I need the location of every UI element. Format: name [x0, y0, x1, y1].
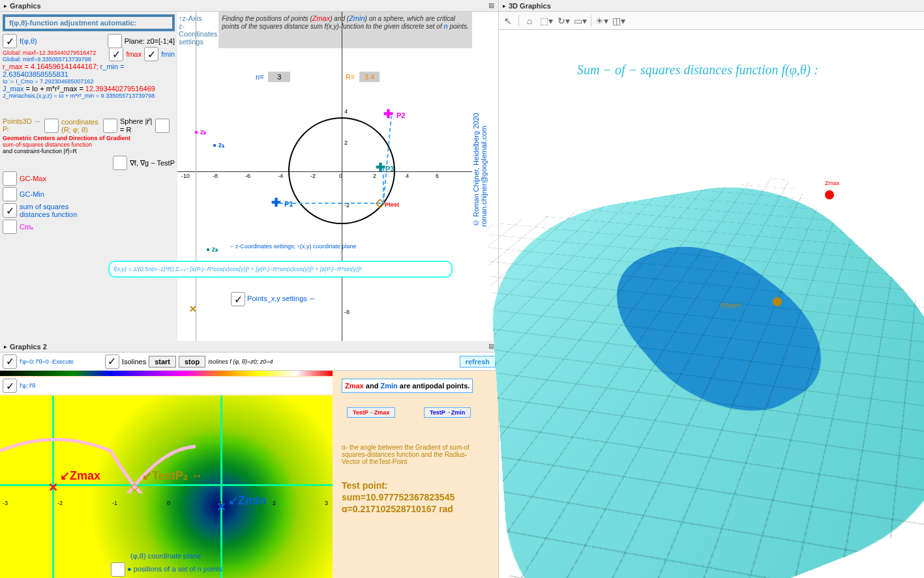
tp-hdr: Test point:: [342, 480, 388, 491]
collapse-icon[interactable]: ▸: [503, 3, 506, 9]
chk-sumsq[interactable]: [3, 203, 17, 218]
close-icon[interactable]: ⊠: [488, 342, 494, 351]
chk-fmin[interactable]: [144, 47, 158, 61]
tick-n4: -4: [278, 173, 283, 179]
zmax-dot: [825, 190, 834, 199]
tick-n2: -2: [57, 500, 63, 506]
lbl-plane: Plane: z0=[-1;4]: [125, 37, 175, 45]
n-value[interactable]: 3: [268, 72, 290, 82]
contour-plot[interactable]: ✕ ↙Zmax ◇ ↙TestP₂ ↔ ✕ ↙Zmin -3 -2 -1 0 1…: [0, 396, 333, 578]
chk-grad[interactable]: [113, 156, 127, 170]
lbl-gcmin: GC-Min: [20, 190, 44, 198]
lbl-f: f(φ,θ): [20, 37, 37, 45]
lbl-points3d: Points3D → Pᵢ: [3, 117, 42, 134]
pt-p1[interactable]: ✚ P1: [271, 195, 293, 210]
zmax-lbl: Zmax: [825, 180, 840, 186]
tick-6: 6: [436, 173, 439, 179]
tick-yn2: -2: [344, 202, 350, 209]
n-label: n=: [256, 73, 264, 81]
view-icon[interactable]: ▭▾: [574, 14, 587, 27]
chk-gcmax[interactable]: [3, 171, 17, 186]
title-3d: Sum − of − squares distances function f(…: [577, 63, 818, 78]
tick-0: 0: [339, 173, 342, 179]
panel-title: Graphics 2: [10, 343, 47, 351]
tick-n10: -10: [181, 173, 190, 179]
gc-hdr: Geometric Centers and Directions of Grad…: [3, 135, 175, 141]
chk-fmax[interactable]: [109, 47, 123, 61]
lbl-zmin: ↙Zmin: [228, 493, 266, 508]
toolbar-3d: ↖ ⌂ ⬚▾ ↻▾ ▭▾ ☀▾ ◫▾: [499, 12, 924, 30]
testp-zmin-button[interactable]: TestP→Zmin: [424, 407, 471, 418]
graphics-panel-header: ▸ Graphics ⊠: [0, 0, 498, 12]
stop-button[interactable]: stop: [179, 356, 205, 368]
coordinate-plane[interactable]: n= 3 R= 3.4 ● z₂ ● z₁ ● z₃ ✕ ✚ P1 ✚ P2 ✚…: [177, 12, 498, 341]
gradient-bar: [0, 371, 333, 376]
surface-grid: [486, 176, 924, 578]
lbl-exec: f'φ=0; f'θ=0 -Execute: [20, 358, 74, 365]
lbl-coords: coordinates (R; φ; θ): [61, 118, 100, 134]
home-icon[interactable]: ⌂: [523, 14, 536, 27]
tick-n8: -8: [213, 173, 218, 179]
chk-sphere[interactable]: [155, 119, 170, 133]
lbl-fmax: fmax: [126, 50, 142, 58]
close-icon[interactable]: ⊠: [488, 1, 494, 10]
z-axis: [196, 12, 196, 341]
collapse-icon[interactable]: ▸: [4, 3, 7, 9]
pt-z4[interactable]: ✕: [189, 304, 197, 314]
tick-y4: 4: [344, 108, 348, 115]
testp-zmax-button[interactable]: TestP→Zmax: [347, 407, 395, 418]
pt-p2[interactable]: ✚ P2: [383, 107, 405, 121]
rotate-icon[interactable]: ↻▾: [557, 14, 570, 27]
antipodal-note: Zmax and Zmin are antipodal points.: [342, 379, 473, 393]
collapse-icon[interactable]: ▸: [4, 343, 7, 350]
refresh-button[interactable]: refresh: [460, 356, 496, 368]
plot-testp[interactable]: ◇: [130, 480, 138, 493]
align-icon[interactable]: ⬚▾: [540, 14, 553, 27]
plot-zmax[interactable]: ✕: [48, 480, 58, 495]
chk-points3d[interactable]: [44, 119, 59, 133]
chk-gcmin[interactable]: [3, 187, 17, 201]
tick-y2: 2: [344, 139, 348, 146]
light-icon[interactable]: ☀▾: [595, 14, 608, 27]
start-button[interactable]: start: [149, 356, 176, 368]
zcoord-label: ←z-Coordinates settings; ↑(x,y) coordina…: [230, 243, 357, 250]
lbl-fder: f'φ; f'θ: [20, 383, 35, 389]
panel-title: 3D Graphics: [509, 2, 551, 10]
pt-test[interactable]: ◇Ptest: [376, 195, 399, 210]
coord-plane-lbl: (φ,θ) coordinate plane: [130, 552, 201, 560]
jmax: J_max = Io + m*r²_max = 12.3934402795164…: [3, 85, 155, 93]
chk-isolines[interactable]: [105, 354, 119, 369]
chk-coords[interactable]: [103, 119, 117, 133]
lbl-pointsxy: Points_x,y settings ↔: [247, 295, 316, 302]
chk-pointsxy[interactable]: [231, 292, 245, 306]
cursor-icon[interactable]: ↖: [501, 14, 514, 27]
lbl-isolines: Isolines: [122, 358, 146, 366]
r-label: R=: [346, 73, 355, 81]
tick-1: 1: [219, 500, 222, 506]
iso-lbl: Isolines f (φ, θ)=z0; z0=4: [208, 358, 273, 365]
pt-z1[interactable]: ● z₁: [213, 141, 224, 149]
chk-cmo[interactable]: [3, 220, 17, 234]
formula: f(x,y) = 1/(0.5n(n−1)*R) Σᵢ₌₁ⁿ [x(Pᵢ)−R*…: [108, 261, 453, 278]
tick-4: 4: [406, 173, 409, 179]
tick-2: 2: [373, 173, 376, 179]
r-value[interactable]: 3.4: [359, 72, 380, 82]
viewport-3d[interactable]: Sum − of − squares distances function f(…: [499, 30, 924, 578]
cube-icon[interactable]: ◫▾: [612, 14, 625, 27]
tick-yn8: -8: [344, 309, 350, 315]
pt-z3[interactable]: ● z₃: [206, 245, 218, 253]
controls-sidebar: f(φ,θ)-function adjustment automatic: f(…: [0, 12, 177, 341]
lbl-positions: ● positions of a set of n points: [127, 565, 222, 573]
chk-fder[interactable]: [3, 379, 17, 393]
pt-z2[interactable]: ● z₂: [194, 128, 206, 136]
surface: [486, 176, 924, 578]
lbl-cmo: Cmₒ: [20, 223, 34, 231]
chk-plane[interactable]: [108, 34, 122, 48]
chk-positions[interactable]: [111, 562, 125, 577]
chk-exec[interactable]: [3, 354, 17, 369]
tick-n6: -6: [245, 173, 250, 179]
chk-f[interactable]: [3, 34, 17, 48]
graphics2-panel-header: ▸ Graphics 2 ⊠: [0, 341, 498, 353]
pt-p3[interactable]: ✚P3: [376, 160, 394, 175]
tick-n3: -3: [3, 500, 8, 506]
